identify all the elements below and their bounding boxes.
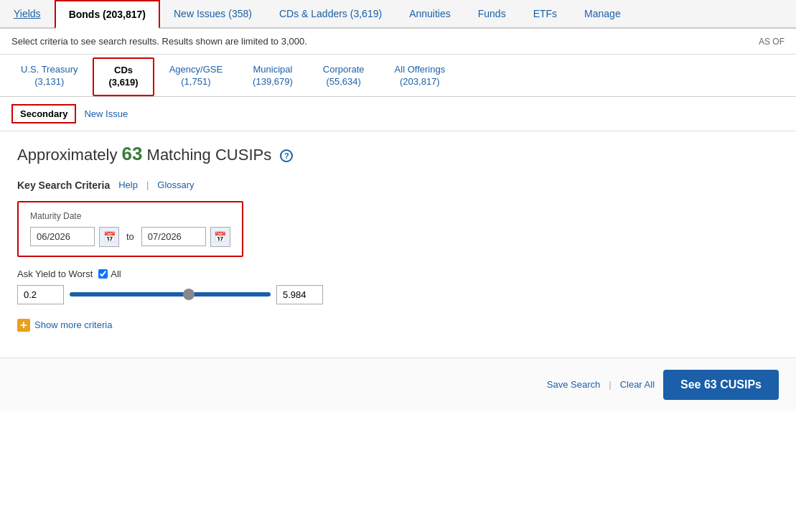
yield-all-checkbox[interactable]: [98, 269, 108, 279]
info-bar: Select criteria to see search results. R…: [0, 29, 796, 55]
tab-cds-ladders[interactable]: CDs & Ladders (3,619): [266, 0, 395, 27]
plus-icon: +: [17, 319, 30, 332]
top-nav: Yields Bonds (203,817) New Issues (358) …: [0, 0, 796, 29]
tab-new-issues[interactable]: New Issues (358): [160, 0, 266, 27]
tab-yields[interactable]: Yields: [0, 0, 55, 27]
yield-header: Ask Yield to Worst All: [17, 269, 779, 279]
see-cusips-button[interactable]: See 63 CUSIPs: [663, 370, 779, 400]
save-search-link[interactable]: Save Search: [547, 379, 600, 390]
yield-label: Ask Yield to Worst: [17, 269, 93, 279]
separator: |: [146, 179, 149, 190]
clear-all-link[interactable]: Clear All: [620, 379, 655, 390]
tab-us-treasury[interactable]: U.S. Treasury (3,131): [6, 57, 93, 96]
tab-all-offerings[interactable]: All Offerings (203,817): [380, 57, 461, 96]
maturity-date-label: Maturity Date: [30, 211, 230, 221]
matching-suffix: Matching CUSIPs: [147, 146, 272, 164]
yield-max-input[interactable]: [276, 285, 323, 304]
matching-prefix: Approximately: [17, 146, 117, 164]
matching-count: 63: [122, 143, 143, 164]
tab-corporate[interactable]: Corporate (55,634): [308, 57, 380, 96]
criteria-header: Key Search Criteria Help | Glossary: [17, 179, 779, 191]
tab-manage[interactable]: Manage: [571, 0, 635, 27]
issue-tabs: Secondary New Issue: [0, 97, 796, 131]
yield-all-label: All: [111, 269, 121, 279]
yield-section: Ask Yield to Worst All: [17, 269, 779, 304]
main-content: Approximately 63 Matching CUSIPs ? Key S…: [0, 131, 796, 358]
tab-etfs[interactable]: ETFs: [520, 0, 571, 27]
help-icon[interactable]: ?: [280, 149, 293, 162]
maturity-date-section: Maturity Date 📅 to 📅: [17, 201, 243, 257]
matching-cusips-heading: Approximately 63 Matching CUSIPs ?: [17, 143, 779, 165]
footer-separator: |: [609, 379, 611, 390]
calendar-to-button[interactable]: 📅: [210, 227, 230, 247]
maturity-from-input[interactable]: [30, 227, 95, 246]
tab-cds[interactable]: CDs (3,619): [93, 57, 154, 96]
glossary-link[interactable]: Glossary: [157, 179, 194, 190]
footer-actions: Save Search | Clear All See 63 CUSIPs: [0, 358, 796, 411]
tab-new-issue[interactable]: New Issue: [76, 105, 136, 123]
tab-annuities[interactable]: Annuities: [395, 0, 464, 27]
show-more-label: Show more criteria: [34, 319, 112, 330]
tab-municipal[interactable]: Municipal (139,679): [238, 57, 308, 96]
calendar-from-button[interactable]: 📅: [99, 227, 119, 247]
to-label: to: [126, 231, 134, 242]
criteria-title: Key Search Criteria: [17, 179, 110, 191]
tab-bonds[interactable]: Bonds (203,817): [55, 0, 160, 29]
sub-nav: U.S. Treasury (3,131) CDs (3,619) Agency…: [0, 57, 796, 97]
as-of-text: AS OF: [759, 37, 785, 47]
yield-range-slider[interactable]: [70, 292, 271, 297]
tab-funds[interactable]: Funds: [464, 0, 520, 27]
yield-min-input[interactable]: [17, 285, 64, 304]
show-more-criteria[interactable]: + Show more criteria: [17, 319, 779, 332]
info-text: Select criteria to see search results. R…: [11, 36, 307, 47]
maturity-to-input[interactable]: [141, 227, 206, 246]
yield-controls: [17, 285, 779, 304]
yield-all-checkbox-container: All: [98, 269, 121, 279]
tab-secondary[interactable]: Secondary: [11, 104, 76, 123]
date-row: 📅 to 📅: [30, 227, 230, 247]
tab-agency-gse[interactable]: Agency/GSE (1,751): [154, 57, 238, 96]
help-link[interactable]: Help: [118, 179, 138, 190]
